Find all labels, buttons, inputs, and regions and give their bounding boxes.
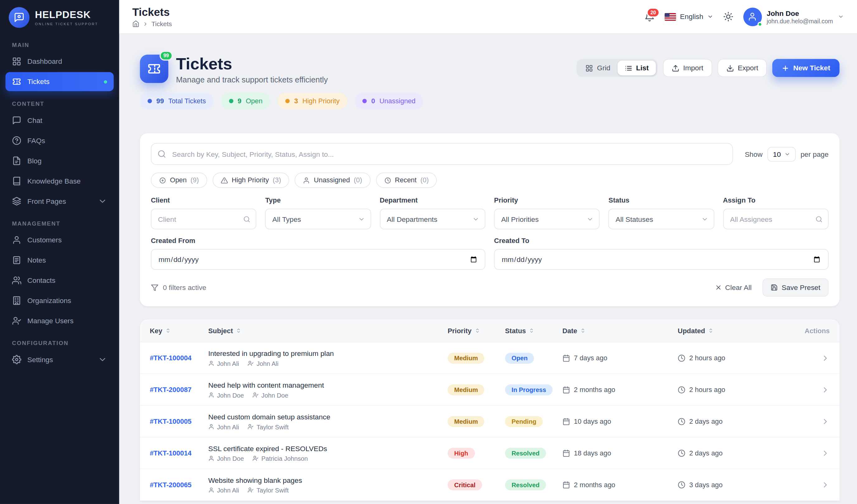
column-header-subject[interactable]: Subject [208,327,448,334]
us-flag-icon [665,13,676,20]
row-expand-button[interactable] [821,353,829,362]
clock-icon [678,418,685,425]
filter-fields: Client Type All Types [151,197,828,229]
sidebar-item-label: Settings [28,355,53,364]
hero-actions: Grid List Import Export [577,59,840,77]
row-expand-button[interactable] [821,385,829,394]
client-field-label: Client [151,197,256,204]
calendar-icon [562,418,570,425]
type-field-label: Type [265,197,371,204]
user-menu[interactable]: John Doe john.due.helo@mail.com [743,7,844,26]
column-header-priority[interactable]: Priority [448,327,505,334]
type-select[interactable]: All Types [265,208,371,229]
ticket-row[interactable]: #TKT-200087 Need help with content manag… [140,374,840,406]
nav-section-content: CONTENT [0,92,119,110]
stat-total-tickets: 99 Total Tickets [140,93,213,109]
active-indicator-dot [104,80,107,83]
priority-select[interactable]: All Priorities [494,208,600,229]
chip-unassigned[interactable]: Unassigned (0) [295,173,370,188]
sidebar-item-front-pages[interactable]: Front Pages [5,192,114,211]
language-selector[interactable]: English [665,13,713,20]
tickets-hero-icon: 99 [140,55,168,83]
department-select[interactable]: All Departments [380,208,485,229]
chevron-down-icon [701,215,708,223]
status-select[interactable]: All Statuses [608,208,714,229]
import-button[interactable]: Import [663,59,712,77]
grid-view-button[interactable]: Grid [578,61,618,75]
ticket-date: 2 months ago [574,386,615,394]
ticket-key-link[interactable]: #TKT-200087 [150,386,208,394]
notifications-button[interactable]: 20 [644,12,655,22]
new-ticket-button[interactable]: New Ticket [773,59,840,77]
home-icon[interactable] [132,20,139,28]
import-label: Import [683,64,704,72]
save-preset-button[interactable]: Save Preset [763,278,829,296]
column-header-key[interactable]: Key [150,327,208,334]
circle-dot-icon [159,177,166,184]
brand-logo[interactable]: HELPDESK ONLINE TICKET SUPPORT [0,0,119,33]
sidebar-item-label: Notes [28,256,46,264]
created-to-date-input[interactable] [494,249,829,270]
ticket-key-link[interactable]: #TKT-200065 [150,481,208,488]
chip-recent[interactable]: Recent (0) [376,173,437,188]
theme-toggle-button[interactable] [723,12,733,22]
sidebar-item-notes[interactable]: Notes [5,251,114,270]
row-expand-button[interactable] [821,480,829,489]
ticket-row[interactable]: #TKT-100004 Interested in upgrading to p… [140,342,840,374]
ticket-updated: 2 hours ago [689,386,725,394]
ticket-row[interactable]: #TKT-100005 Need custom domain setup ass… [140,406,840,437]
chip-high-priority[interactable]: High Priority (3) [213,173,289,188]
user-icon [748,12,757,21]
sidebar-item-faqs[interactable]: FAQs [5,131,114,150]
clear-all-button[interactable]: Clear All [709,280,757,296]
chip-count: (9) [190,176,199,184]
stat-label: Open [246,97,263,105]
ticket-row[interactable]: #TKT-200065 Website showing blank pages … [140,469,840,501]
ticket-search-input[interactable] [151,143,733,165]
column-header-date[interactable]: Date [562,327,678,334]
breadcrumb-current[interactable]: Tickets [151,20,172,28]
grid-view-label: Grid [597,64,610,72]
chip-open[interactable]: Open (9) [151,173,207,188]
sidebar-item-contacts[interactable]: Contacts [5,271,114,290]
sidebar-item-chat[interactable]: Chat [5,111,114,130]
ticket-row[interactable]: #TKT-100014 SSL certificate expired - RE… [140,437,840,469]
sidebar-item-blog[interactable]: Blog [5,151,114,170]
ticket-key-link[interactable]: #TKT-100004 [150,354,208,362]
row-expand-button[interactable] [821,417,829,425]
sidebar-item-manage-users[interactable]: Manage Users [5,311,114,330]
ticket-assignee: Taylor Swift [257,423,289,430]
list-icon [625,64,633,72]
ticket-subject: Need help with content management [208,381,448,389]
calendar-icon [562,481,570,488]
created-from-date-input[interactable] [151,249,485,270]
sidebar: HELPDESK ONLINE TICKET SUPPORT MAIN Dash… [0,0,119,504]
sidebar-item-label: Manage Users [28,317,73,325]
book-icon [12,176,21,186]
plus-icon [782,64,789,72]
sidebar-item-knowledge-base[interactable]: Knowledge Base [5,171,114,190]
status-badge: In Progress [505,384,553,395]
export-button[interactable]: Export [718,59,767,77]
sidebar-item-tickets[interactable]: Tickets [5,72,114,91]
per-page-select[interactable]: 10 [768,146,796,161]
stat-label: Total Tickets [168,97,206,105]
list-view-button[interactable]: List [618,61,656,75]
column-header-updated[interactable]: Updated [678,327,803,334]
column-header-actions: Actions [805,327,829,334]
column-header-status[interactable]: Status [505,327,562,334]
sidebar-item-organizations[interactable]: Organizations [5,291,114,310]
sidebar-item-customers[interactable]: Customers [5,230,114,249]
quick-filter-chips: Open (9) High Priority (3) Unassigned (0… [151,173,828,188]
row-expand-button[interactable] [821,449,829,457]
client-filter-input[interactable] [158,215,241,223]
sidebar-item-settings[interactable]: Settings [5,350,114,369]
sidebar-item-dashboard[interactable]: Dashboard [5,52,114,71]
status-badge: Open [505,352,534,363]
ticket-key-link[interactable]: #TKT-100005 [150,418,208,425]
new-ticket-label: New Ticket [793,64,830,72]
close-icon [715,284,722,291]
ticket-icon [147,62,161,76]
ticket-key-link[interactable]: #TKT-100014 [150,449,208,457]
assignee-filter-input[interactable] [730,215,813,223]
